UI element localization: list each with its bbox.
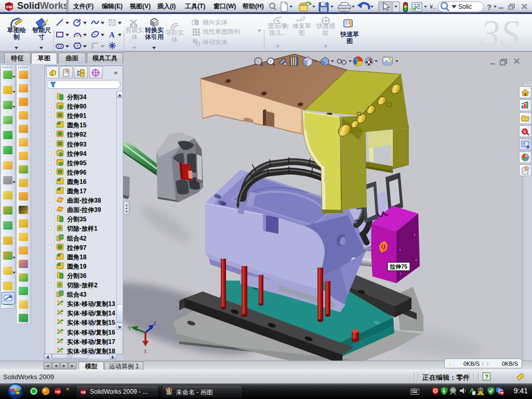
svg-text:now: now <box>413 388 416 390</box>
svg-text:Solic: Solic <box>458 3 472 10</box>
svg-text:¥..: ¥.. <box>429 4 436 10</box>
svg-text:X: X <box>143 349 148 354</box>
svg-text:?: ? <box>269 59 272 64</box>
svg-text:A: A <box>109 31 115 39</box>
svg-text:Z: Z <box>153 321 156 326</box>
svg-text:拉伸75: 拉伸75 <box>389 263 407 270</box>
svg-text:Y: Y <box>128 325 131 331</box>
svg-text:SW: SW <box>6 5 12 9</box>
svg-text:SW: SW <box>55 390 60 393</box>
svg-text:SW: SW <box>81 391 86 394</box>
svg-text:S: S <box>523 129 526 134</box>
svg-text:!: ! <box>480 392 481 395</box>
svg-text:?: ? <box>487 3 491 11</box>
